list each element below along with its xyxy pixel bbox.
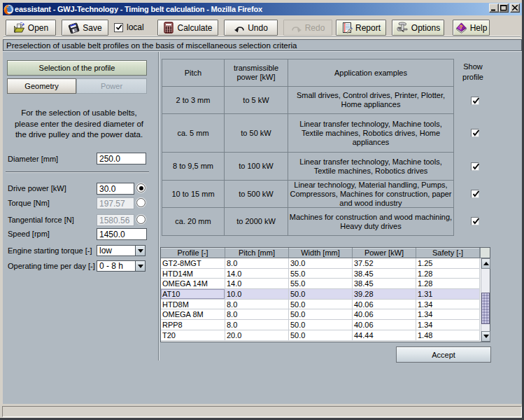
svg-text:?: ? (459, 24, 462, 30)
